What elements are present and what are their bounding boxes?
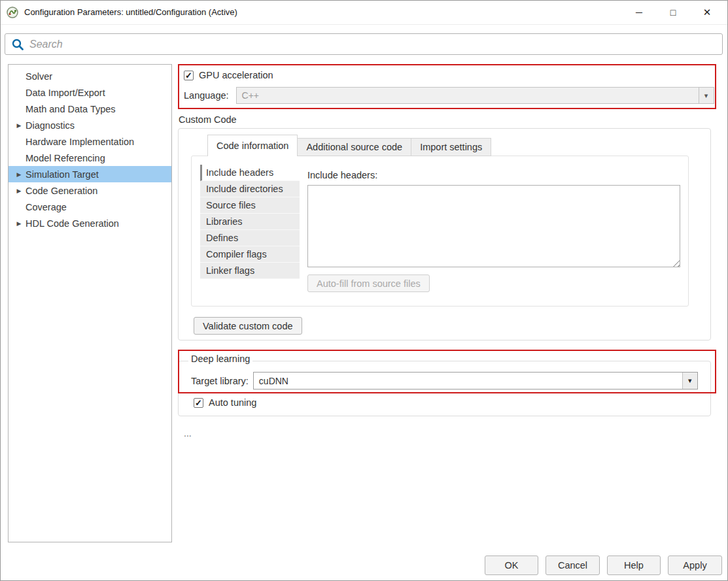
category-include-headers[interactable]: Include headers xyxy=(200,165,300,181)
close-button[interactable]: ✕ xyxy=(690,0,724,25)
sidebar-item-solver[interactable]: Solver xyxy=(9,68,171,84)
sidebar-item-label: HDL Code Generation xyxy=(26,218,119,229)
language-label: Language: xyxy=(184,90,229,101)
auto-tuning-label: Auto tuning xyxy=(209,397,256,408)
target-library-label: Target library: xyxy=(191,376,249,386)
target-library-value: cuDNN xyxy=(254,373,682,389)
sidebar-item-label: Model Referencing xyxy=(26,153,105,163)
sidebar-item-coverage[interactable]: Coverage xyxy=(9,199,171,215)
autofill-from-source-files-button[interactable]: Auto-fill from source files xyxy=(307,274,430,292)
maximize-button[interactable]: □ xyxy=(656,0,690,25)
category-tree: Solver Data Import/Export Math and Data … xyxy=(8,64,172,542)
search-input[interactable] xyxy=(29,39,722,50)
custom-code-category-list: Include headers Include directories Sour… xyxy=(200,165,300,279)
custom-code-title: Custom Code xyxy=(179,114,237,125)
simulink-app-icon xyxy=(7,7,18,18)
sidebar-item-data-import-export[interactable]: Data Import/Export xyxy=(9,84,171,101)
language-dropdown[interactable]: C++ ▾ xyxy=(236,87,714,104)
sidebar-item-diagnostics[interactable]: ▶Diagnostics xyxy=(9,117,171,133)
auto-tuning-checkbox[interactable]: ✓ xyxy=(194,398,203,408)
more-indicator: ... xyxy=(184,428,192,439)
search-bar[interactable] xyxy=(5,33,723,55)
search-icon xyxy=(11,38,24,51)
chevron-right-icon[interactable]: ▶ xyxy=(14,188,24,194)
tab-additional-source-code[interactable]: Additional source code xyxy=(297,138,411,156)
title-bar: Configuration Parameters: untitled/Confi… xyxy=(0,0,728,25)
sidebar-item-label: Solver xyxy=(26,71,52,82)
minimize-button[interactable]: ─ xyxy=(622,0,656,25)
sidebar-item-math-and-data-types[interactable]: Math and Data Types xyxy=(9,101,171,117)
sidebar-item-hdl-code-generation[interactable]: ▶HDL Code Generation xyxy=(9,215,171,231)
window-title: Configuration Parameters: untitled/Confi… xyxy=(24,7,237,17)
target-library-dropdown[interactable]: cuDNN ▾ xyxy=(253,372,698,390)
auto-tuning-row: ✓ Auto tuning xyxy=(194,397,256,408)
sidebar-item-label: Math and Data Types xyxy=(26,104,116,114)
help-button[interactable]: Help xyxy=(607,556,661,575)
sidebar-item-code-generation[interactable]: ▶Code Generation xyxy=(9,182,171,199)
category-defines[interactable]: Defines xyxy=(200,230,300,246)
chevron-right-icon[interactable]: ▶ xyxy=(14,220,24,227)
tab-import-settings[interactable]: Import settings xyxy=(411,138,491,156)
category-libraries[interactable]: Libraries xyxy=(200,214,300,230)
validate-custom-code-button[interactable]: Validate custom code xyxy=(194,317,302,335)
chevron-right-icon[interactable]: ▶ xyxy=(14,122,24,129)
chevron-down-icon[interactable]: ▾ xyxy=(699,88,714,103)
custom-code-tabs: Code information Additional source code … xyxy=(208,135,491,156)
apply-button[interactable]: Apply xyxy=(668,556,722,575)
category-linker-flags[interactable]: Linker flags xyxy=(200,263,300,279)
sidebar-item-model-referencing[interactable]: Model Referencing xyxy=(9,150,171,166)
category-source-files[interactable]: Source files xyxy=(200,197,300,214)
gpu-acceleration-checkbox[interactable]: ✓ xyxy=(184,71,194,80)
include-headers-label: Include headers: xyxy=(307,170,377,180)
target-library-row: Target library: cuDNN ▾ xyxy=(191,372,698,390)
include-headers-textarea[interactable] xyxy=(307,185,680,267)
sidebar-item-label: Diagnostics xyxy=(26,120,75,131)
sidebar-item-label: Code Generation xyxy=(26,186,97,196)
sidebar-item-simulation-target[interactable]: ▶Simulation Target xyxy=(9,166,171,182)
language-row: Language: C++ ▾ xyxy=(184,87,714,104)
language-value: C++ xyxy=(237,88,699,103)
deep-learning-title: Deep learning xyxy=(188,354,252,364)
sidebar-item-label: Data Import/Export xyxy=(26,88,105,98)
tab-code-information[interactable]: Code information xyxy=(207,135,298,156)
gpu-acceleration-row: ✓ GPU acceleration xyxy=(184,70,273,80)
category-include-directories[interactable]: Include directories xyxy=(200,181,300,197)
window-controls: ─ □ ✕ xyxy=(622,0,724,25)
chevron-right-icon[interactable]: ▶ xyxy=(14,171,24,178)
sidebar-item-label: Hardware Implementation xyxy=(26,137,134,147)
sidebar-item-hardware-implementation[interactable]: Hardware Implementation xyxy=(9,133,171,150)
cancel-button[interactable]: Cancel xyxy=(546,556,600,575)
sidebar-item-label: Coverage xyxy=(26,202,67,212)
ok-button[interactable]: OK xyxy=(485,556,538,575)
sidebar-item-label: Simulation Target xyxy=(26,169,99,180)
category-compiler-flags[interactable]: Compiler flags xyxy=(200,246,300,263)
gpu-acceleration-label: GPU acceleration xyxy=(199,70,273,80)
chevron-down-icon[interactable]: ▾ xyxy=(682,373,697,389)
